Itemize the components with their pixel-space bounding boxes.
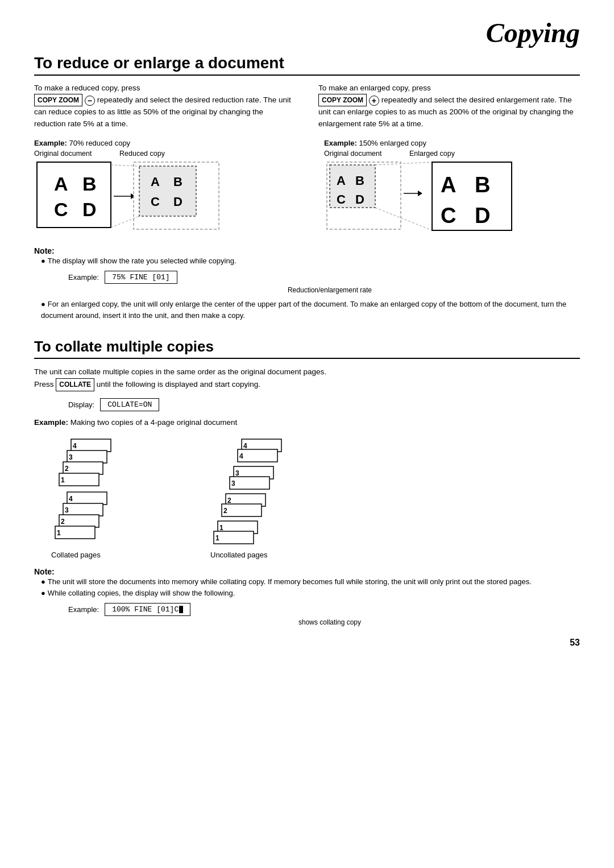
- svg-text:A: A: [337, 173, 346, 188]
- note2-item: For an enlarged copy, the unit will only…: [41, 299, 580, 321]
- display-sub: Reduction/enlargement rate: [80, 286, 580, 294]
- collate-display-prefix: Display:: [68, 400, 94, 409]
- svg-text:C: C: [441, 204, 456, 228]
- svg-text:A: A: [54, 173, 68, 195]
- display2-box: 100% FINE [01]C: [105, 603, 190, 616]
- page-header: Copying: [34, 17, 580, 48]
- display-example-box: 75% FINE [01]: [105, 271, 177, 284]
- note-section: Note: The display will show the rate you…: [34, 246, 580, 321]
- collate-intro2: Press COLLATE until the following is dis…: [34, 378, 580, 391]
- svg-text:4: 4: [69, 495, 73, 503]
- svg-text:A: A: [441, 173, 456, 197]
- svg-rect-8: [139, 166, 196, 216]
- plus-icon: +: [369, 96, 379, 106]
- svg-text:1: 1: [215, 534, 219, 542]
- collate-example-rest: Making two copies of a 4-page original d…: [68, 418, 237, 427]
- reduce-copy-label: Reduced copy: [119, 150, 165, 158]
- svg-text:4: 4: [239, 452, 243, 460]
- enlarge-orig-label: Original document: [324, 150, 398, 158]
- collate-intro2-post: until the following is displayed and sta…: [94, 380, 260, 388]
- section2-heading: To collate multiple copies: [34, 338, 580, 359]
- enlarge-example-rest: 150% enlarged copy: [357, 139, 426, 147]
- svg-text:2: 2: [227, 497, 231, 505]
- collate-example-label: Example: Making two copies of a 4-page o…: [34, 418, 580, 427]
- svg-text:B: B: [173, 175, 182, 189]
- note-section-2: Note: The unit will store the documents …: [34, 567, 580, 626]
- svg-text:1: 1: [219, 524, 223, 532]
- section1-heading: To reduce or enlarge a document: [34, 54, 580, 76]
- reduce-intro-col: To make a reduced copy, press COPY ZOOM …: [34, 82, 296, 130]
- collate-example-bold: Example:: [34, 418, 68, 427]
- svg-text:1: 1: [57, 529, 61, 537]
- svg-text:B: B: [355, 173, 364, 188]
- enlarge-intro-col: To make an enlarged copy, press COPY ZOO…: [318, 82, 580, 130]
- svg-text:3: 3: [69, 453, 73, 461]
- display-example: Example: 75% FINE [01]: [68, 271, 580, 284]
- display2-value: 100% FINE [01]C: [112, 605, 179, 614]
- reduce-svg: A B C D A B C D: [34, 159, 227, 233]
- svg-rect-40: [63, 503, 103, 516]
- svg-marker-22: [418, 191, 422, 196]
- svg-text:D: D: [355, 192, 364, 206]
- svg-rect-34: [63, 462, 103, 474]
- copy-zoom-button-reduce: COPY ZOOM: [34, 94, 82, 106]
- enlarge-example-label: Example: 150% enlarged copy: [324, 139, 580, 147]
- svg-text:B: B: [475, 173, 490, 197]
- svg-rect-56: [222, 504, 262, 516]
- svg-rect-60: [214, 531, 254, 544]
- collate-display-example: Display: COLLATE=ON: [68, 398, 580, 411]
- enlarge-copy-label: Enlarged copy: [409, 150, 455, 158]
- collated-label: Collated pages: [51, 551, 101, 559]
- svg-text:1: 1: [61, 476, 65, 484]
- svg-text:A: A: [151, 175, 160, 189]
- svg-text:C: C: [54, 199, 68, 220]
- uncollated-label: Uncollated pages: [210, 551, 267, 559]
- svg-text:3: 3: [235, 469, 239, 477]
- note-title-2: Note:: [34, 567, 580, 576]
- svg-rect-0: [37, 162, 111, 228]
- display2-sub: shows collating copy: [80, 618, 580, 626]
- minus-icon: −: [85, 96, 95, 106]
- copy-zoom-button-enlarge: COPY ZOOM: [318, 94, 367, 106]
- svg-text:C: C: [337, 192, 346, 206]
- svg-rect-38: [67, 492, 107, 505]
- collated-svg: 4 3 2 1 4 3 2 1: [51, 438, 154, 546]
- svg-text:D: D: [82, 199, 97, 220]
- svg-text:D: D: [173, 195, 182, 209]
- reduce-enlarge-diagrams: Example: 70% reduced copy Original docum…: [34, 139, 580, 235]
- collated-stack-visual: 4 3 2 1 4 3 2 1 Collated pages: [51, 438, 154, 559]
- collate-intro2-pre: Press: [34, 380, 56, 388]
- svg-rect-32: [67, 450, 107, 463]
- svg-text:2: 2: [65, 465, 69, 473]
- note1-item: The display will show the rate you selec…: [41, 255, 580, 267]
- collate-intro1: The unit can collate multiple copies in …: [34, 366, 580, 378]
- display2-example: Example: 100% FINE [01]C: [68, 603, 580, 616]
- display2-prefix: Example:: [68, 605, 99, 614]
- svg-rect-48: [238, 449, 277, 462]
- collate-button: COLLATE: [56, 378, 94, 391]
- collate-intro: The unit can collate multiple copies in …: [34, 366, 580, 391]
- svg-rect-30: [71, 439, 111, 452]
- note-title: Note:: [34, 246, 580, 255]
- svg-rect-44: [55, 526, 95, 539]
- note2-2-item: While collating copies, the display will…: [41, 588, 580, 599]
- collate-visual: 4 3 2 1 4 3 2 1 Collated pages: [51, 438, 580, 559]
- svg-text:D: D: [475, 204, 490, 228]
- enlarge-intro-text: To make an enlarged copy, press: [318, 84, 431, 92]
- svg-text:4: 4: [243, 442, 247, 450]
- enlarge-diagram-container: Example: 150% enlarged copy Original doc…: [324, 139, 580, 235]
- note2-1-item: The unit will store the documents into m…: [41, 576, 580, 588]
- display-example-prefix: Example:: [68, 273, 99, 282]
- enlarge-doc-labels: Original document Enlarged copy: [324, 150, 580, 158]
- svg-text:2: 2: [223, 507, 227, 515]
- uncollated-svg: 4 4 3 3 2 2 1 1: [210, 438, 324, 546]
- reduce-diagram-container: Example: 70% reduced copy Original docum…: [34, 139, 290, 235]
- reduce-example-label: Example: 70% reduced copy: [34, 139, 290, 147]
- svg-text:3: 3: [231, 480, 235, 487]
- enlarge-svg: A B C D A B C D: [324, 159, 517, 233]
- svg-text:B: B: [82, 173, 97, 195]
- enlarge-example-bold: Example:: [324, 139, 357, 147]
- reduce-doc-labels: Original document Reduced copy: [34, 150, 290, 158]
- svg-rect-36: [59, 473, 99, 486]
- reduce-example-bold: Example:: [34, 139, 67, 147]
